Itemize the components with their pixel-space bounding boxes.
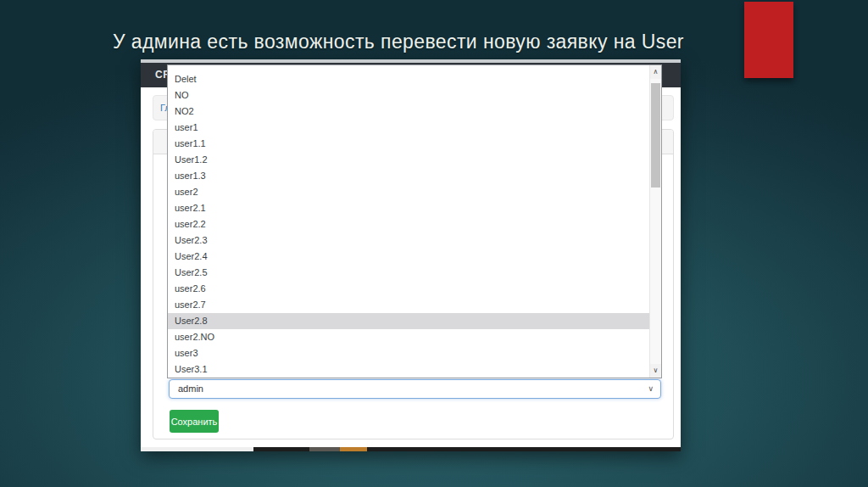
taskbar-segment [309,447,340,451]
role-select[interactable]: admin ∨ [169,379,661,399]
taskbar-segment [340,447,367,451]
crm-app-screenshot: CRM Главная admin ∨ Сохранить DeletNONO2… [141,59,681,451]
dropdown-option[interactable]: User2.5 [168,265,650,281]
scroll-up-icon[interactable]: ∧ [650,65,661,79]
dropdown-option[interactable]: NO [168,87,650,104]
taskbar-segment [367,447,681,451]
taskbar-strip [141,447,681,451]
dropdown-option[interactable]: user2.1 [168,200,650,216]
dropdown-option[interactable]: User2.4 [168,249,650,265]
taskbar-segment [141,447,253,451]
chevron-down-icon: ∨ [648,380,654,398]
scrollbar-thumb[interactable] [651,83,660,188]
dropdown-option[interactable]: User2.3 [168,232,650,249]
dropdown-option[interactable]: User3.1 [168,361,650,378]
dropdown-option[interactable]: NO2 [168,104,650,120]
role-select-value: admin [178,383,203,394]
user-dropdown-options: DeletNONO2user1user1.1User1.2user1.3user… [168,65,650,378]
dropdown-option[interactable]: user2 [168,184,650,200]
dropdown-option[interactable]: user2.7 [168,297,650,313]
slide-title: У админа есть возможность перевести нову… [113,31,684,53]
dropdown-scrollbar[interactable]: ∧ ∨ [649,65,661,378]
dropdown-option[interactable]: user2.6 [168,281,650,297]
slide-accent-rectangle [744,2,793,78]
dropdown-option[interactable]: user1 [168,120,650,136]
dropdown-option[interactable]: User1.2 [168,152,650,168]
save-button[interactable]: Сохранить [170,410,219,433]
dropdown-option[interactable]: User2.8 [168,313,650,329]
dropdown-option[interactable]: user3 [168,345,650,361]
taskbar-segment [253,447,309,451]
presentation-slide: У админа есть возможность перевести нову… [0,0,868,487]
user-dropdown-listbox[interactable]: DeletNONO2user1user1.1User1.2user1.3user… [167,64,662,378]
dropdown-option[interactable]: user2.2 [168,216,650,232]
scroll-down-icon[interactable]: ∨ [650,364,661,378]
dropdown-option[interactable]: user1.3 [168,168,650,184]
dropdown-option[interactable]: user2.NO [168,329,650,345]
dropdown-option[interactable]: Delet [168,71,650,87]
dropdown-option[interactable]: user1.1 [168,136,650,152]
